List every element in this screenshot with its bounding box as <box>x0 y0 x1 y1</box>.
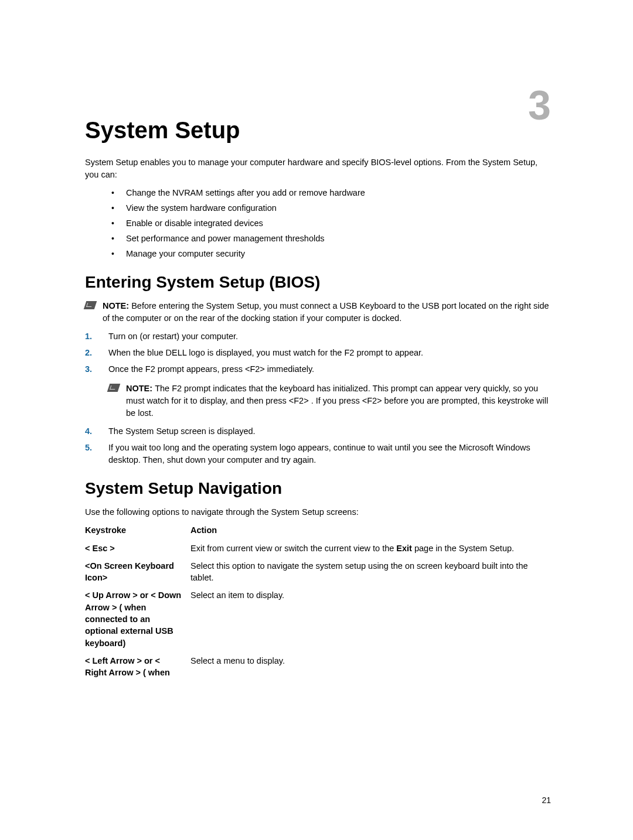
bullet-item: Enable or disable integrated devices <box>111 217 551 230</box>
action-cell: Select a menu to display. <box>190 655 551 679</box>
keystroke-cell: < Up Arrow > or < Down Arrow > ( when co… <box>85 589 190 648</box>
step-text: The System Setup screen is displayed. <box>108 426 256 436</box>
table-row: < Left Arrow > or < Right Arrow > ( when… <box>85 655 551 679</box>
note-text: NOTE: The F2 prompt indicates that the k… <box>126 383 551 419</box>
keystroke-cell: < Left Arrow > or < Right Arrow > ( when <box>85 655 190 679</box>
intro-paragraph: System Setup enables you to manage your … <box>85 156 551 181</box>
steps-list: 1.Turn on (or restart) your computer. 2.… <box>85 330 551 375</box>
note-label: NOTE: <box>103 301 131 310</box>
header-keystroke: Keystroke <box>85 524 190 536</box>
section-heading-navigation: System Setup Navigation <box>85 479 551 498</box>
action-text-post: page in the System Setup. <box>412 544 514 553</box>
step-item: 4.The System Setup screen is displayed. <box>85 425 551 438</box>
bullet-item: Change the NVRAM settings after you add … <box>111 187 551 199</box>
note-label: NOTE: <box>126 384 155 393</box>
step-number: 5. <box>85 442 92 454</box>
step-item: 2.When the blue DELL logo is displayed, … <box>85 347 551 359</box>
steps-list-continued: 4.The System Setup screen is displayed. … <box>85 425 551 466</box>
bullet-item: Set performance and power management thr… <box>111 233 551 245</box>
step-number: 1. <box>85 330 92 343</box>
note-text: NOTE: Before entering the System Setup, … <box>103 300 551 325</box>
action-text-pre: Exit from current view or switch the cur… <box>190 544 396 553</box>
step-number: 3. <box>85 363 92 375</box>
note-body: Before entering the System Setup, you mu… <box>103 301 549 323</box>
step-text: When the blue DELL logo is displayed, yo… <box>108 348 423 357</box>
table-row: < Esc > Exit from current view or switch… <box>85 542 551 554</box>
step-text: If you wait too long and the operating s… <box>108 443 530 465</box>
note-body: The F2 prompt indicates that the keyboar… <box>126 384 548 418</box>
note-block: NOTE: Before entering the System Setup, … <box>85 300 551 325</box>
intro-bullet-list: Change the NVRAM settings after you add … <box>111 187 551 260</box>
step-number: 4. <box>85 425 92 438</box>
table-row: <On Screen Keyboard Icon> Select this op… <box>85 560 551 584</box>
table-header-row: Keystroke Action <box>85 524 551 536</box>
note-icon <box>84 301 97 309</box>
action-text-bold: Exit <box>396 544 412 553</box>
section2-intro: Use the following options to navigate th… <box>85 506 551 518</box>
step-text: Turn on (or restart) your computer. <box>108 332 238 341</box>
navigation-table: Keystroke Action < Esc > Exit from curre… <box>85 524 551 678</box>
header-action: Action <box>190 524 551 536</box>
chapter-number: 3 <box>528 82 551 129</box>
page-number: 21 <box>542 795 551 805</box>
action-cell: Select an item to display. <box>190 589 551 648</box>
note-block-inner: NOTE: The F2 prompt indicates that the k… <box>108 383 551 419</box>
table-row: < Up Arrow > or < Down Arrow > ( when co… <box>85 589 551 648</box>
step-item: 1.Turn on (or restart) your computer. <box>85 330 551 343</box>
step-item: 5.If you wait too long and the operating… <box>85 442 551 466</box>
action-cell: Exit from current view or switch the cur… <box>190 542 551 554</box>
step-text: Once the F2 prompt appears, press <F2> i… <box>108 364 314 374</box>
bullet-item: Manage your computer security <box>111 248 551 260</box>
action-cell: Select this option to navigate the syste… <box>190 560 551 584</box>
step-number: 2. <box>85 347 92 359</box>
section-heading-entering: Entering System Setup (BIOS) <box>85 273 551 292</box>
note-icon <box>107 384 121 392</box>
page-title: System Setup <box>85 117 551 144</box>
step-item: 3.Once the F2 prompt appears, press <F2>… <box>85 363 551 375</box>
keystroke-cell: <On Screen Keyboard Icon> <box>85 560 190 584</box>
keystroke-cell: < Esc > <box>85 542 190 554</box>
bullet-item: View the system hardware configuration <box>111 202 551 214</box>
